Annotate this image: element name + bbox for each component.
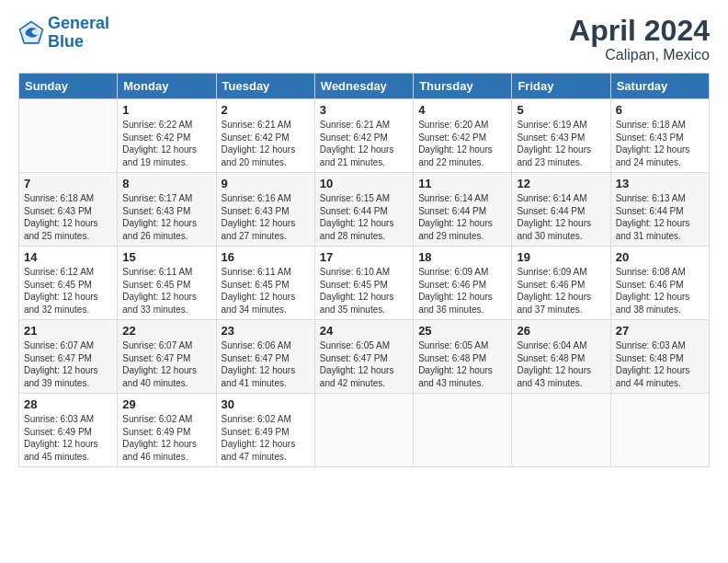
weekday-header: Friday xyxy=(512,74,610,99)
day-info: Sunrise: 6:03 AM Sunset: 6:49 PM Dayligh… xyxy=(24,413,112,463)
day-info: Sunrise: 6:17 AM Sunset: 6:43 PM Dayligh… xyxy=(122,192,210,242)
calendar-cell xyxy=(512,394,610,467)
calendar-week-row: 21Sunrise: 6:07 AM Sunset: 6:47 PM Dayli… xyxy=(19,320,710,394)
day-number: 11 xyxy=(418,177,506,190)
day-info: Sunrise: 6:13 AM Sunset: 6:44 PM Dayligh… xyxy=(616,192,704,242)
logo-text: General Blue xyxy=(48,15,109,52)
day-number: 24 xyxy=(320,324,408,338)
day-number: 17 xyxy=(320,250,408,264)
day-info: Sunrise: 6:20 AM Sunset: 6:42 PM Dayligh… xyxy=(418,119,506,168)
weekday-header: Sunday xyxy=(19,74,118,99)
day-info: Sunrise: 6:19 AM Sunset: 6:43 PM Dayligh… xyxy=(517,119,605,168)
day-info: Sunrise: 6:18 AM Sunset: 6:43 PM Dayligh… xyxy=(24,192,112,242)
calendar-cell: 11Sunrise: 6:14 AM Sunset: 6:44 PM Dayli… xyxy=(414,173,512,247)
title-block: April 2024 Calipan, Mexico xyxy=(569,15,710,63)
day-number: 9 xyxy=(222,177,310,190)
day-info: Sunrise: 6:05 AM Sunset: 6:47 PM Dayligh… xyxy=(320,339,408,389)
day-info: Sunrise: 6:08 AM Sunset: 6:46 PM Dayligh… xyxy=(616,266,704,316)
calendar-cell: 12Sunrise: 6:14 AM Sunset: 6:44 PM Dayli… xyxy=(512,173,610,247)
logo-icon xyxy=(18,20,44,46)
calendar-week-row: 28Sunrise: 6:03 AM Sunset: 6:49 PM Dayli… xyxy=(19,394,710,467)
weekday-row: SundayMondayTuesdayWednesdayThursdayFrid… xyxy=(19,74,710,99)
day-number: 5 xyxy=(517,103,605,117)
day-number: 21 xyxy=(24,324,112,338)
day-number: 26 xyxy=(517,324,605,338)
day-info: Sunrise: 6:21 AM Sunset: 6:42 PM Dayligh… xyxy=(222,119,310,168)
day-number: 30 xyxy=(222,397,310,411)
day-info: Sunrise: 6:12 AM Sunset: 6:45 PM Dayligh… xyxy=(24,266,112,316)
calendar-cell: 7Sunrise: 6:18 AM Sunset: 6:43 PM Daylig… xyxy=(19,173,118,247)
day-info: Sunrise: 6:14 AM Sunset: 6:44 PM Dayligh… xyxy=(517,192,605,242)
day-info: Sunrise: 6:02 AM Sunset: 6:49 PM Dayligh… xyxy=(122,413,210,463)
calendar-cell: 28Sunrise: 6:03 AM Sunset: 6:49 PM Dayli… xyxy=(19,394,118,467)
calendar-cell: 1Sunrise: 6:22 AM Sunset: 6:42 PM Daylig… xyxy=(118,99,216,173)
calendar-cell: 18Sunrise: 6:09 AM Sunset: 6:46 PM Dayli… xyxy=(414,247,512,320)
weekday-header: Wednesday xyxy=(314,74,413,99)
day-number: 12 xyxy=(517,177,605,190)
calendar-cell: 29Sunrise: 6:02 AM Sunset: 6:49 PM Dayli… xyxy=(118,394,216,467)
day-number: 16 xyxy=(222,250,310,264)
weekday-header: Saturday xyxy=(610,74,709,99)
weekday-header: Monday xyxy=(118,74,216,99)
day-number: 14 xyxy=(24,250,112,264)
day-info: Sunrise: 6:03 AM Sunset: 6:48 PM Dayligh… xyxy=(616,339,704,389)
calendar-week-row: 1Sunrise: 6:22 AM Sunset: 6:42 PM Daylig… xyxy=(19,99,710,173)
calendar-cell: 30Sunrise: 6:02 AM Sunset: 6:49 PM Dayli… xyxy=(216,394,314,467)
calendar-cell: 15Sunrise: 6:11 AM Sunset: 6:45 PM Dayli… xyxy=(118,247,216,320)
day-number: 28 xyxy=(24,397,112,411)
calendar-week-row: 7Sunrise: 6:18 AM Sunset: 6:43 PM Daylig… xyxy=(19,173,710,247)
calendar-cell: 20Sunrise: 6:08 AM Sunset: 6:46 PM Dayli… xyxy=(610,247,709,320)
calendar-cell: 6Sunrise: 6:18 AM Sunset: 6:43 PM Daylig… xyxy=(610,99,709,173)
calendar-cell: 23Sunrise: 6:06 AM Sunset: 6:47 PM Dayli… xyxy=(216,320,314,394)
day-info: Sunrise: 6:04 AM Sunset: 6:48 PM Dayligh… xyxy=(517,339,605,389)
calendar-cell: 5Sunrise: 6:19 AM Sunset: 6:43 PM Daylig… xyxy=(512,99,610,173)
day-number: 8 xyxy=(122,177,210,190)
calendar-cell xyxy=(414,394,512,467)
day-info: Sunrise: 6:22 AM Sunset: 6:42 PM Dayligh… xyxy=(122,119,210,168)
day-number: 6 xyxy=(616,103,704,117)
day-info: Sunrise: 6:07 AM Sunset: 6:47 PM Dayligh… xyxy=(24,339,112,389)
day-number: 15 xyxy=(122,250,210,264)
calendar-week-row: 14Sunrise: 6:12 AM Sunset: 6:45 PM Dayli… xyxy=(19,247,710,320)
day-info: Sunrise: 6:09 AM Sunset: 6:46 PM Dayligh… xyxy=(418,266,506,316)
header: General Blue April 2024 Calipan, Mexico xyxy=(18,15,710,63)
calendar-body: 1Sunrise: 6:22 AM Sunset: 6:42 PM Daylig… xyxy=(19,99,710,467)
day-number: 25 xyxy=(418,324,506,338)
day-number: 13 xyxy=(616,177,704,190)
day-info: Sunrise: 6:18 AM Sunset: 6:43 PM Dayligh… xyxy=(616,119,704,168)
calendar-cell: 25Sunrise: 6:05 AM Sunset: 6:48 PM Dayli… xyxy=(414,320,512,394)
day-info: Sunrise: 6:05 AM Sunset: 6:48 PM Dayligh… xyxy=(418,339,506,389)
calendar-table: SundayMondayTuesdayWednesdayThursdayFrid… xyxy=(18,73,710,467)
calendar-cell: 22Sunrise: 6:07 AM Sunset: 6:47 PM Dayli… xyxy=(118,320,216,394)
calendar-cell: 26Sunrise: 6:04 AM Sunset: 6:48 PM Dayli… xyxy=(512,320,610,394)
day-number: 19 xyxy=(517,250,605,264)
calendar-cell: 16Sunrise: 6:11 AM Sunset: 6:45 PM Dayli… xyxy=(216,247,314,320)
calendar-cell xyxy=(610,394,709,467)
calendar-cell xyxy=(19,99,118,173)
calendar-cell: 4Sunrise: 6:20 AM Sunset: 6:42 PM Daylig… xyxy=(414,99,512,173)
day-number: 1 xyxy=(122,103,210,117)
day-number: 7 xyxy=(24,177,112,190)
day-info: Sunrise: 6:07 AM Sunset: 6:47 PM Dayligh… xyxy=(122,339,210,389)
day-info: Sunrise: 6:15 AM Sunset: 6:44 PM Dayligh… xyxy=(320,192,408,242)
calendar-cell: 21Sunrise: 6:07 AM Sunset: 6:47 PM Dayli… xyxy=(19,320,118,394)
day-number: 29 xyxy=(122,397,210,411)
calendar-cell: 13Sunrise: 6:13 AM Sunset: 6:44 PM Dayli… xyxy=(610,173,709,247)
calendar-cell: 9Sunrise: 6:16 AM Sunset: 6:43 PM Daylig… xyxy=(216,173,314,247)
day-number: 10 xyxy=(320,177,408,190)
page: General Blue April 2024 Calipan, Mexico … xyxy=(0,0,728,563)
day-info: Sunrise: 6:02 AM Sunset: 6:49 PM Dayligh… xyxy=(222,413,310,463)
calendar-cell: 2Sunrise: 6:21 AM Sunset: 6:42 PM Daylig… xyxy=(216,99,314,173)
logo: General Blue xyxy=(18,15,109,52)
day-number: 3 xyxy=(320,103,408,117)
day-info: Sunrise: 6:06 AM Sunset: 6:47 PM Dayligh… xyxy=(222,339,310,389)
calendar-cell xyxy=(314,394,413,467)
logo-blue: Blue xyxy=(48,32,84,51)
logo-general: General xyxy=(48,14,109,32)
calendar-cell: 3Sunrise: 6:21 AM Sunset: 6:42 PM Daylig… xyxy=(314,99,413,173)
calendar-cell: 14Sunrise: 6:12 AM Sunset: 6:45 PM Dayli… xyxy=(19,247,118,320)
page-title: April 2024 xyxy=(569,15,710,47)
day-number: 18 xyxy=(418,250,506,264)
day-info: Sunrise: 6:21 AM Sunset: 6:42 PM Dayligh… xyxy=(320,119,408,168)
day-number: 27 xyxy=(616,324,704,338)
